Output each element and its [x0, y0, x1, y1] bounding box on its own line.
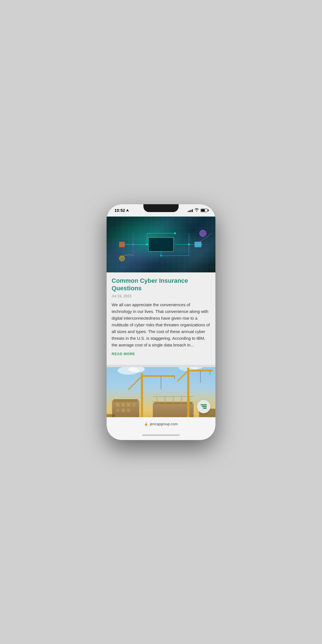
svg-rect-27 [116, 403, 119, 407]
article-date-cyber: Jul 19, 2023 [112, 294, 210, 298]
svg-point-15 [132, 244, 134, 245]
svg-rect-29 [127, 403, 130, 407]
svg-point-13 [160, 255, 162, 256]
svg-point-18 [200, 230, 206, 237]
home-bar[interactable] [142, 434, 180, 436]
location-icon [126, 209, 129, 212]
article-excerpt-cyber: We all can appreciate the conveniences o… [112, 301, 210, 348]
bottom-bar: 🔒 jencapgroup.com [107, 417, 215, 431]
svg-rect-54 [107, 414, 115, 417]
svg-marker-0 [126, 209, 129, 212]
svg-point-11 [146, 244, 148, 245]
status-icons [188, 208, 208, 212]
circuit-svg [107, 217, 215, 272]
time-display: 10:52 [114, 208, 125, 213]
phone-screen: 10:52 [107, 204, 215, 440]
signal-icon [188, 209, 193, 212]
article-title-cyber[interactable]: Common Cyber Insurance Questions [112, 277, 210, 292]
circuit-board-image [107, 217, 215, 272]
url-text: jencapgroup.com [150, 422, 178, 426]
fab-icon [201, 404, 207, 409]
article-separator [107, 365, 215, 367]
article-card-cyber: Common Cyber Insurance Questions Jul 19,… [107, 217, 215, 362]
lock-icon: 🔒 [144, 422, 148, 426]
phone-frame: 10:52 [107, 204, 215, 440]
home-indicator [107, 431, 215, 440]
article-image-cyber [107, 217, 215, 272]
svg-rect-26 [113, 399, 138, 402]
svg-rect-33 [127, 408, 130, 412]
svg-rect-32 [122, 408, 125, 412]
content-area[interactable]: Common Cyber Insurance Questions Jul 19,… [107, 217, 215, 417]
svg-rect-10 [151, 240, 171, 249]
read-more-cyber[interactable]: READ MORE [112, 352, 210, 356]
svg-rect-31 [116, 408, 119, 412]
notch [143, 204, 179, 212]
svg-rect-16 [119, 242, 125, 247]
article-body-cyber: Common Cyber Insurance Questions Jul 19,… [107, 272, 215, 362]
battery-icon [201, 209, 208, 212]
svg-rect-30 [133, 403, 136, 407]
wifi-icon [194, 208, 199, 212]
status-time: 10:52 [114, 208, 129, 213]
svg-rect-28 [122, 403, 125, 407]
svg-point-14 [188, 244, 190, 245]
svg-point-19 [119, 256, 125, 261]
fab-button[interactable] [197, 400, 210, 413]
svg-point-12 [174, 232, 176, 234]
